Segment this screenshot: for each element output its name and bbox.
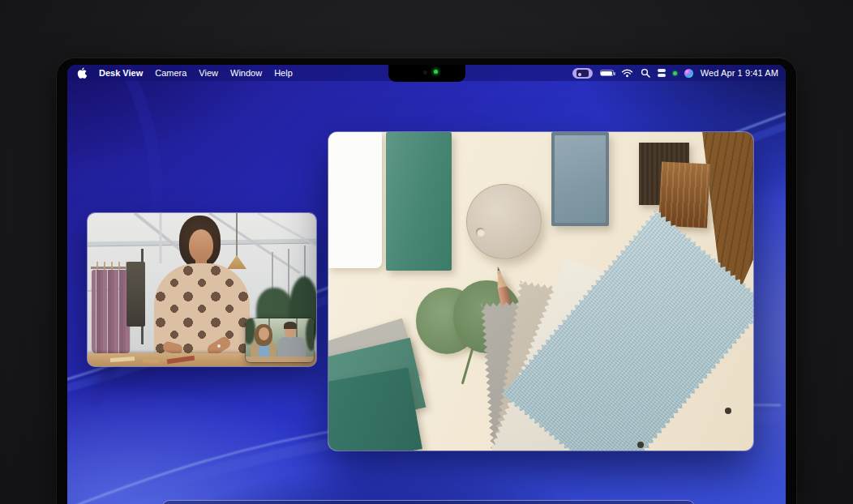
camera-screen-icon [577, 70, 589, 77]
menu-help[interactable]: Help [274, 68, 293, 78]
camera-indicator-light [434, 70, 438, 74]
menu-bar-clock[interactable]: Wed Apr 1 9:41 AM [701, 68, 778, 78]
speaker-box [126, 262, 145, 327]
battery-icon[interactable] [600, 70, 614, 76]
macbook-screen: Desk View Camera View Window Help [67, 65, 786, 504]
leaf-stem [461, 348, 474, 384]
menu-window[interactable]: Window [230, 68, 262, 78]
hanging-garments [92, 270, 131, 354]
continuity-camera-indicator[interactable] [572, 68, 593, 79]
participant-face [189, 229, 213, 262]
pendant-cord [236, 213, 238, 256]
facetime-call-window[interactable] [88, 213, 316, 366]
plant [306, 318, 314, 351]
camera-notch [388, 65, 465, 82]
bottom-window-peek[interactable] [162, 500, 695, 504]
desk-view-window[interactable] [328, 132, 753, 451]
spotlight-search-icon[interactable] [641, 68, 650, 78]
teal-tile-sample [386, 132, 452, 271]
glass-tile-sample [551, 132, 609, 226]
menu-camera[interactable]: Camera [155, 68, 186, 78]
dark-teal-tile-sample [328, 368, 422, 451]
menu-view[interactable]: View [199, 68, 218, 78]
remote-man-hair [284, 322, 297, 329]
wifi-icon[interactable] [621, 68, 633, 78]
remote-woman-face [259, 327, 269, 340]
fabric-snap-button [637, 442, 644, 448]
macbook-bezel: Desk View Camera View Window Help [57, 58, 796, 504]
white-tile-sample [328, 132, 382, 268]
siri-icon[interactable] [684, 69, 693, 78]
apple-menu-icon[interactable] [77, 67, 87, 79]
fabric-snap-button [725, 408, 731, 414]
coaster-hole [476, 228, 485, 237]
menu-app-name[interactable]: Desk View [99, 68, 143, 78]
hangers [94, 262, 130, 270]
felt-coaster [466, 184, 542, 259]
facetime-pip-thumbnail[interactable] [246, 318, 314, 362]
silver-ring [217, 344, 221, 348]
webcam-lens [423, 70, 427, 75]
control-center-icon[interactable] [658, 69, 666, 77]
table-edge [246, 357, 314, 362]
brown-wood-sample [658, 161, 710, 228]
status-green-dot [673, 71, 677, 75]
